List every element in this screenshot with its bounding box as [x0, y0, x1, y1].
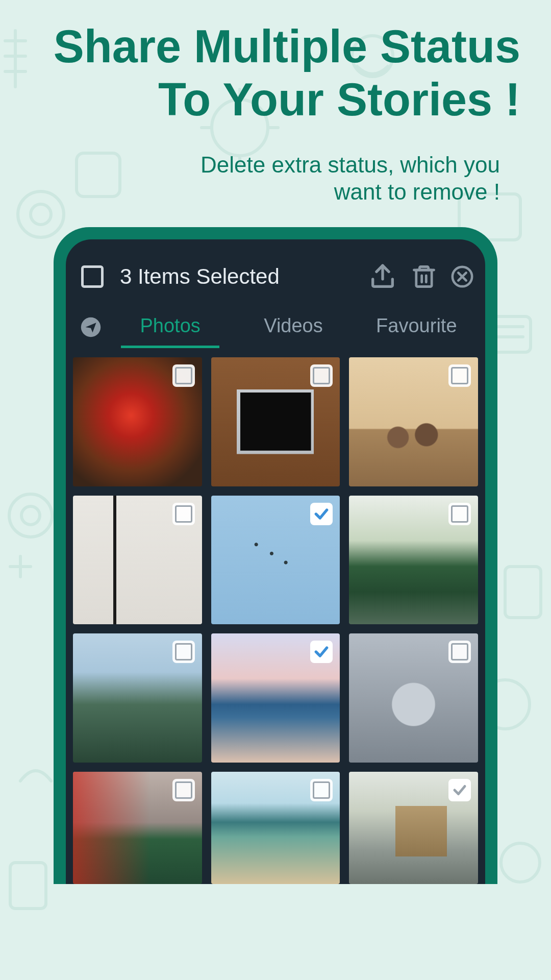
app-screen: 3 Items Selected — [66, 239, 485, 884]
check-icon — [452, 782, 467, 798]
photo-tile[interactable] — [349, 633, 478, 763]
svg-rect-12 — [416, 270, 432, 287]
selection-count-label: 3 Items Selected — [120, 264, 355, 289]
promo-headline: Share Multiple Status To Your Stories ! — [0, 0, 551, 126]
tile-checkbox[interactable] — [448, 364, 471, 387]
share-button[interactable] — [368, 262, 397, 291]
tile-checkbox[interactable] — [448, 641, 471, 663]
headline-line-1: Share Multiple Status — [31, 20, 520, 74]
svg-point-6 — [9, 494, 52, 537]
svg-rect-8 — [505, 567, 541, 618]
selection-appbar: 3 Items Selected — [66, 258, 485, 306]
trash-icon — [411, 263, 437, 290]
tile-checkbox[interactable] — [172, 641, 195, 663]
tab-bar: Photos Videos Favourite — [66, 306, 485, 348]
send-tab-button[interactable] — [73, 316, 109, 338]
photo-tile[interactable] — [73, 772, 202, 884]
photo-tile[interactable] — [349, 357, 478, 486]
tab-favourite[interactable]: Favourite — [355, 306, 478, 348]
promo-subhead: Delete extra status, which you want to r… — [0, 126, 551, 206]
tile-checkbox[interactable] — [172, 779, 195, 801]
check-icon — [313, 644, 330, 660]
subhead-line-2: want to remove ! — [31, 179, 500, 206]
photo-tile[interactable] — [73, 496, 202, 625]
tab-videos[interactable]: Videos — [232, 306, 355, 348]
share-icon — [368, 262, 397, 291]
close-selection-button[interactable] — [450, 265, 474, 288]
svg-point-11 — [501, 843, 540, 882]
close-circle-icon — [450, 265, 474, 288]
photo-tile[interactable] — [211, 357, 340, 486]
photo-tile[interactable] — [211, 496, 340, 625]
photo-tile[interactable] — [349, 772, 478, 884]
delete-button[interactable] — [411, 263, 437, 290]
phone-frame: 3 Items Selected — [54, 227, 497, 884]
photo-grid — [66, 348, 485, 884]
photo-tile[interactable] — [211, 633, 340, 763]
send-icon — [80, 316, 102, 338]
tile-checkbox[interactable] — [310, 641, 333, 663]
tile-checkbox[interactable] — [448, 779, 471, 801]
tile-checkbox[interactable] — [310, 364, 333, 387]
tile-checkbox[interactable] — [448, 503, 471, 525]
svg-point-7 — [21, 506, 40, 525]
photo-tile[interactable] — [349, 496, 478, 625]
headline-line-2: To Your Stories ! — [31, 74, 520, 127]
svg-rect-10 — [10, 863, 46, 909]
tile-checkbox[interactable] — [310, 503, 333, 525]
tile-checkbox[interactable] — [310, 779, 333, 801]
check-icon — [313, 506, 330, 522]
photo-tile[interactable] — [211, 772, 340, 884]
tile-checkbox[interactable] — [172, 503, 195, 525]
photo-tile[interactable] — [73, 357, 202, 486]
svg-point-1 — [31, 204, 51, 225]
select-all-checkbox[interactable] — [81, 265, 104, 288]
tile-checkbox[interactable] — [172, 364, 195, 387]
photo-tile[interactable] — [73, 633, 202, 763]
subhead-line-1: Delete extra status, which you — [31, 152, 500, 179]
tab-photos[interactable]: Photos — [109, 306, 232, 348]
